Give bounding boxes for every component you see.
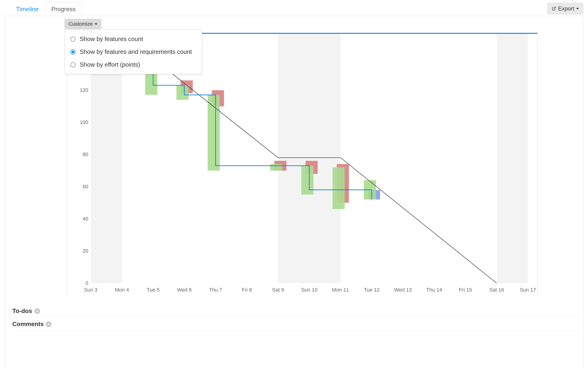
x-tick-label: Tue 5 xyxy=(147,287,159,293)
todos-label: To-dos xyxy=(12,307,32,315)
x-tick-label: Sat 9 xyxy=(272,287,284,293)
option-features-count[interactable]: Show by features count xyxy=(65,33,202,46)
radio-icon xyxy=(70,49,75,55)
todos-section-header[interactable]: To-dos + xyxy=(12,304,580,317)
x-tick-label: Thu 7 xyxy=(209,287,222,293)
x-tick-label: Sun 17 xyxy=(520,287,536,293)
customize-button[interactable]: Customize xyxy=(64,19,101,29)
option-effort-points[interactable]: Show by effort (points) xyxy=(65,58,202,71)
export-button[interactable]: Export xyxy=(547,3,583,14)
comments-section-header[interactable]: Comments + xyxy=(12,317,580,330)
option-label: Show by features count xyxy=(80,36,143,43)
tab-bar: Timeline Progress xyxy=(10,2,82,16)
x-tick-label: Mon 11 xyxy=(332,287,349,293)
x-tick-label: Fri 8 xyxy=(242,287,252,293)
y-tick-label: 100 xyxy=(74,119,88,125)
radio-icon xyxy=(70,62,75,67)
y-tick-label: 80 xyxy=(74,151,88,157)
caret-down-icon xyxy=(95,23,97,25)
option-features-requirements-count[interactable]: Show by features and requirements count xyxy=(65,46,202,58)
y-tick-label: 120 xyxy=(74,87,88,93)
comments-label: Comments xyxy=(12,321,44,328)
y-tick-label: 20 xyxy=(74,248,88,254)
y-tick-label: 0 xyxy=(74,280,88,286)
x-tick-label: Mon 4 xyxy=(115,287,129,293)
caret-down-icon xyxy=(576,8,579,9)
y-tick-label: 60 xyxy=(74,184,88,190)
option-label: Show by features and requirements count xyxy=(80,48,192,55)
customize-label: Customize xyxy=(69,21,93,27)
radio-icon xyxy=(70,37,75,42)
y-tick-label: 40 xyxy=(74,216,88,222)
x-tick-label: Wed 6 xyxy=(177,287,192,293)
x-tick-label: Tue 12 xyxy=(364,287,380,293)
add-icon: + xyxy=(46,321,52,327)
export-label: Export xyxy=(558,5,574,12)
export-icon xyxy=(552,6,556,11)
x-tick-label: Wed 13 xyxy=(394,287,412,293)
x-tick-label: Fri 15 xyxy=(459,287,472,293)
content-panel: Customize Show by features count Show by… xyxy=(5,16,583,368)
x-tick-label: Sat 16 xyxy=(489,287,504,293)
x-tick-label: Sun 10 xyxy=(301,287,317,293)
tab-timeline[interactable]: Timeline xyxy=(10,2,45,16)
add-icon: + xyxy=(35,308,40,314)
option-label: Show by effort (points) xyxy=(80,61,140,68)
x-tick-label: Sun 3 xyxy=(84,287,97,293)
tab-progress[interactable]: Progress xyxy=(45,2,82,16)
x-tick-label: Thu 14 xyxy=(426,287,442,293)
customize-dropdown: Show by features count Show by features … xyxy=(64,30,202,74)
